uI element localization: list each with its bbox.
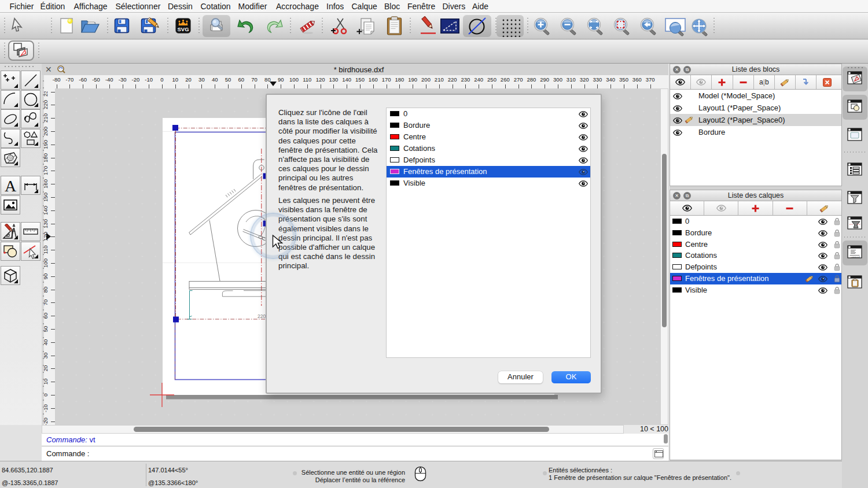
svg-text:220: 220 [258,313,266,319]
svg-text:A: A [5,178,17,194]
svg-text:SVG: SVG [177,26,189,32]
svg-text:command: command [851,256,860,258]
